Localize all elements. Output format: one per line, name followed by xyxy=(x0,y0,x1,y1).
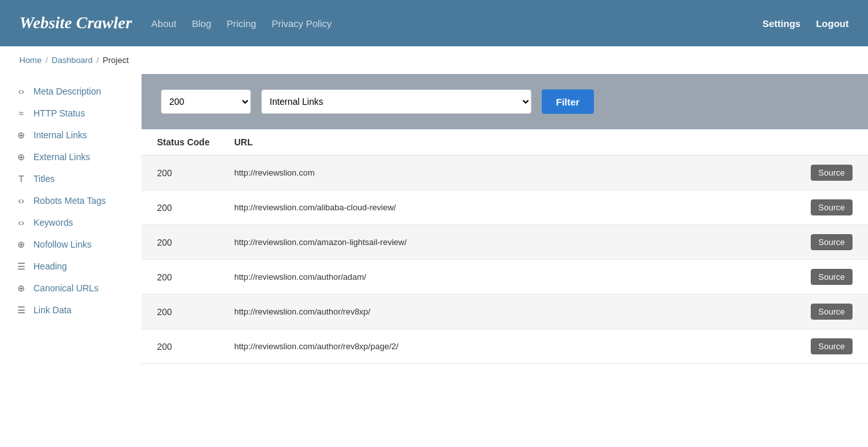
breadcrumb-link-home[interactable]: Home xyxy=(19,55,42,65)
sidebar-item-http-status[interactable]: ≈HTTP Status xyxy=(0,102,142,124)
table-row: 200http://reviewslion.com/author/rev8xp/… xyxy=(142,295,868,329)
sidebar-item-heading[interactable]: ☰Heading xyxy=(0,255,142,277)
row-url: http://reviewslion.com/author/rev8xp/ xyxy=(234,307,795,316)
sidebar-item-canonical-urls[interactable]: ⊕Canonical URLs xyxy=(0,277,142,299)
row-action: Source xyxy=(795,304,853,320)
filter-bar: 200301302404500 Internal LinksExternal L… xyxy=(142,74,868,129)
brand-logo: Website Crawler xyxy=(19,14,132,33)
titles-icon: T xyxy=(15,174,27,184)
type-filter-select[interactable]: Internal LinksExternal LinksAll Links xyxy=(261,89,531,114)
row-status-code: 200 xyxy=(157,342,234,352)
row-status-code: 200 xyxy=(157,272,234,282)
header: Website Crawler AboutBlogPricingPrivacy … xyxy=(0,0,868,46)
sidebar-item-link-data[interactable]: ☰Link Data xyxy=(0,299,142,321)
canonical-urls-icon: ⊕ xyxy=(15,283,27,293)
nav-link-pricing[interactable]: Pricing xyxy=(226,18,256,29)
internal-links-icon: ⊕ xyxy=(15,130,27,140)
row-action: Source xyxy=(795,199,853,215)
column-action xyxy=(795,137,853,147)
keywords-icon: ‹› xyxy=(15,217,27,228)
sidebar-label: External Links xyxy=(33,152,90,162)
nofollow-links-icon: ⊕ xyxy=(15,239,27,250)
breadcrumb-sep: / xyxy=(46,55,48,65)
sidebar-item-nofollow-links[interactable]: ⊕Nofollow Links xyxy=(0,233,142,255)
status-filter-select[interactable]: 200301302404500 xyxy=(161,89,251,114)
column-url: URL xyxy=(234,137,795,147)
sidebar-label: Keywords xyxy=(33,217,73,228)
breadcrumb-sep: / xyxy=(97,55,99,65)
sidebar-item-internal-links[interactable]: ⊕Internal Links xyxy=(0,124,142,146)
content: 200301302404500 Internal LinksExternal L… xyxy=(142,74,868,447)
nav-link-blog[interactable]: Blog xyxy=(192,18,211,29)
source-button[interactable]: Source xyxy=(811,234,853,250)
sidebar-label: Canonical URLs xyxy=(33,283,98,293)
header-left: Website Crawler AboutBlogPricingPrivacy … xyxy=(19,14,331,33)
source-button[interactable]: Source xyxy=(811,304,853,320)
sidebar-item-keywords[interactable]: ‹›Keywords xyxy=(0,212,142,233)
row-url: http://reviewslion.com/author/adam/ xyxy=(234,272,795,282)
nav-link-privacy-policy[interactable]: Privacy Policy xyxy=(272,18,331,29)
nav-links: AboutBlogPricingPrivacy Policy xyxy=(151,18,331,29)
row-status-code: 200 xyxy=(157,237,234,248)
sidebar-item-external-links[interactable]: ⊕External Links xyxy=(0,146,142,168)
nav-link-about[interactable]: About xyxy=(151,18,176,29)
sidebar-item-meta-description[interactable]: ‹›Meta Description xyxy=(0,80,142,102)
row-status-code: 200 xyxy=(157,203,234,213)
breadcrumb-current: Project xyxy=(103,55,129,65)
results-table: Status Code URL 200http://reviewslion.co… xyxy=(142,129,868,364)
breadcrumb-link-dashboard[interactable]: Dashboard xyxy=(51,55,93,65)
table-row: 200http://reviewslion.com/amazon-lightsa… xyxy=(142,225,868,260)
sidebar: ‹›Meta Description≈HTTP Status⊕Internal … xyxy=(0,74,142,447)
sidebar-label: Meta Description xyxy=(33,86,101,96)
source-button[interactable]: Source xyxy=(811,338,853,354)
sidebar-item-titles[interactable]: TTitles xyxy=(0,168,142,190)
sidebar-label: HTTP Status xyxy=(33,108,85,118)
sidebar-item-robots-meta-tags[interactable]: ‹›Robots Meta Tags xyxy=(0,190,142,212)
http-status-icon: ≈ xyxy=(15,108,27,118)
sidebar-label: Link Data xyxy=(33,305,71,315)
external-links-icon: ⊕ xyxy=(15,152,27,162)
breadcrumb: Home/Dashboard/Project xyxy=(0,46,868,74)
robots-meta-tags-icon: ‹› xyxy=(15,196,27,206)
row-url: http://reviewslion.com/amazon-lightsail-… xyxy=(234,237,795,247)
source-button[interactable]: Source xyxy=(811,165,853,181)
row-status-code: 200 xyxy=(157,168,234,178)
table-body: 200http://reviewslion.comSource200http:/… xyxy=(142,156,868,364)
sidebar-label: Nofollow Links xyxy=(33,239,91,250)
header-action-settings[interactable]: Settings xyxy=(762,18,800,29)
header-action-logout[interactable]: Logout xyxy=(816,18,849,29)
link-data-icon: ☰ xyxy=(15,305,27,315)
table-row: 200http://reviewslion.com/alibaba-cloud-… xyxy=(142,190,868,225)
heading-icon: ☰ xyxy=(15,261,27,271)
source-button[interactable]: Source xyxy=(811,199,853,215)
row-url: http://reviewslion.com xyxy=(234,168,795,178)
row-action: Source xyxy=(795,165,853,181)
source-button[interactable]: Source xyxy=(811,269,853,285)
sidebar-label: Robots Meta Tags xyxy=(33,196,106,206)
meta-description-icon: ‹› xyxy=(15,86,27,96)
sidebar-label: Internal Links xyxy=(33,130,87,140)
header-actions: SettingsLogout xyxy=(762,18,849,29)
row-action: Source xyxy=(795,234,853,250)
table-row: 200http://reviewslion.comSource xyxy=(142,156,868,190)
row-action: Source xyxy=(795,338,853,354)
sidebar-label: Heading xyxy=(33,261,67,271)
column-status-code: Status Code xyxy=(157,137,234,147)
row-action: Source xyxy=(795,269,853,285)
row-url: http://reviewslion.com/alibaba-cloud-rev… xyxy=(234,203,795,212)
table-row: 200http://reviewslion.com/author/adam/So… xyxy=(142,260,868,295)
filter-button[interactable]: Filter xyxy=(542,89,594,114)
row-url: http://reviewslion.com/author/rev8xp/pag… xyxy=(234,342,795,351)
table-header: Status Code URL xyxy=(142,129,868,156)
table-row: 200http://reviewslion.com/author/rev8xp/… xyxy=(142,329,868,364)
sidebar-label: Titles xyxy=(33,174,55,184)
main-layout: ‹›Meta Description≈HTTP Status⊕Internal … xyxy=(0,74,868,447)
row-status-code: 200 xyxy=(157,307,234,317)
